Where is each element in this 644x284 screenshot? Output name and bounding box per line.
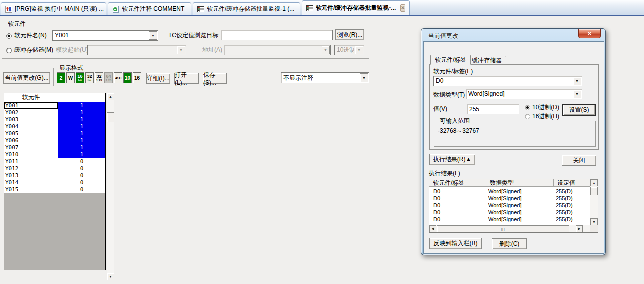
chevron-down-icon[interactable]: ▼: [573, 90, 581, 98]
device-label: 软元件/标签(E): [433, 68, 473, 75]
device-combo[interactable]: D0 ▼: [433, 76, 582, 86]
tab-prg-monitor[interactable]: [PRG]监视 执行中 MAIN (只读) ...: [1, 2, 106, 16]
device-cell[interactable]: Y015: [4, 186, 58, 194]
device-tab-panel: 软元件/标签(E) D0 ▼ 数据类型(T) Word[Signed] ▼ 值(…: [429, 64, 599, 150]
value-cell[interactable]: 0: [58, 166, 106, 172]
open-button[interactable]: 打开(L)...: [174, 73, 199, 84]
device-cell[interactable]: Y012: [4, 166, 58, 172]
dialog-close-icon[interactable]: ✕: [578, 29, 601, 38]
value-cell[interactable]: 1: [58, 124, 106, 130]
empty-row: [4, 236, 106, 242]
value-input[interactable]: [467, 104, 519, 114]
device-cell[interactable]: Y014: [4, 180, 58, 186]
empty-row: [4, 250, 106, 256]
format-dec-button[interactable]: 10: [123, 72, 132, 84]
tab-label: 软元件/缓冲存储器批量监视-...: [316, 4, 396, 12]
value-cell[interactable]: 1: [58, 144, 106, 152]
chevron-down-icon: ▼: [355, 46, 363, 54]
result-header-value[interactable]: 设定值: [554, 180, 590, 187]
decimal-radio[interactable]: [525, 105, 530, 110]
app-window: [PRG]监视 执行中 MAIN (只读) ... 软元件注释 COMMENT …: [0, 0, 644, 284]
hex-radio-label[interactable]: 16进制(H): [532, 113, 559, 120]
tc-target-input[interactable]: [221, 30, 333, 40]
browse-button[interactable]: 浏览(R)...: [335, 30, 364, 40]
value-cell[interactable]: 1: [58, 138, 106, 144]
device-cell[interactable]: Y013: [4, 172, 58, 180]
chevron-down-icon[interactable]: ▼: [149, 32, 157, 40]
result-type: Word[Signed]: [488, 202, 521, 209]
detail-button[interactable]: 详细(I)...: [146, 73, 170, 84]
result-value: 255(D): [556, 195, 573, 202]
device-cell[interactable]: Y003: [4, 116, 58, 124]
tab-close-icon[interactable]: ✕: [400, 4, 405, 12]
tab-batch-monitor-1[interactable]: 软元件/缓冲存储器批量监视-1 (...: [193, 2, 300, 16]
device-name-radio-label[interactable]: 软元件名(N): [14, 32, 47, 39]
device-name-radio[interactable]: [6, 34, 12, 39]
datatype-combo[interactable]: Word[Signed] ▼: [466, 89, 582, 100]
save-button[interactable]: 保存(S)...: [203, 73, 227, 84]
scroll-down-icon[interactable]: ▼: [107, 273, 114, 280]
scrollbar-thumb[interactable]: [107, 112, 114, 122]
device-name-combo[interactable]: Y001 ▼: [52, 30, 158, 41]
value-cell[interactable]: 1: [58, 116, 106, 124]
device-cell[interactable]: Y010: [4, 152, 58, 158]
result-device: D0: [433, 202, 440, 209]
buffer-memory-radio[interactable]: [6, 48, 12, 54]
format-32bit-button[interactable]: 32bit: [85, 72, 94, 84]
hex-radio[interactable]: [525, 114, 530, 120]
value-cell[interactable]: 1: [58, 130, 106, 138]
decimal-radio-label[interactable]: 10进制(D): [532, 104, 559, 111]
tab-device-label[interactable]: 软元件/标签: [430, 55, 471, 65]
chevron-down-icon[interactable]: ▼: [573, 77, 581, 86]
value-cell[interactable]: 1: [58, 110, 106, 116]
value-cell[interactable]: 1: [58, 102, 106, 110]
scroll-right-icon[interactable]: ▶: [576, 226, 583, 232]
scrollbar-thumb[interactable]: |||: [437, 226, 569, 232]
device-cell[interactable]: Y007: [4, 144, 58, 152]
comment-display-combo[interactable]: 不显示注释 ▼: [281, 72, 369, 84]
address-label: 地址(A): [202, 46, 222, 54]
result-header-device[interactable]: 软元件/标签: [429, 180, 486, 187]
format-16bit-button[interactable]: 16bit: [76, 72, 84, 84]
display-format-label: 显示格式: [57, 64, 85, 72]
scroll-down-icon[interactable]: ▼: [590, 218, 598, 226]
value-cell[interactable]: 0: [58, 186, 106, 194]
scroll-up-icon[interactable]: ▲: [107, 93, 114, 100]
tab-batch-monitor-2[interactable]: 软元件/缓冲存储器批量监视-... ✕: [302, 0, 410, 16]
tab-buffer-memory[interactable]: 缓冲存储器: [467, 56, 506, 65]
format-ascii-button[interactable]: ASC: [114, 72, 122, 84]
result-value: 255(D): [556, 188, 573, 195]
value-cell[interactable]: 1: [58, 152, 106, 158]
change-current-value-button[interactable]: 当前值更改(G)...: [3, 72, 50, 84]
value-cell[interactable]: 0: [58, 180, 106, 186]
table-row: Y0120: [4, 166, 106, 172]
device-cell[interactable]: Y006: [4, 138, 58, 144]
set-button[interactable]: 设置(S): [562, 104, 596, 116]
reflect-to-input-button[interactable]: 反映到输入栏(B): [429, 238, 482, 250]
tab-device-comment[interactable]: 软元件注释 COMMENT: [108, 2, 191, 16]
exec-result-toggle-button[interactable]: 执行结果(R)▲: [429, 154, 475, 166]
buffer-memory-radio-label[interactable]: 缓冲存储器(M): [14, 46, 53, 54]
delete-button[interactable]: 删除(C): [492, 238, 527, 250]
value-label: 值(V): [433, 106, 447, 112]
scrollbar-thumb[interactable]: [590, 187, 598, 196]
value-cell[interactable]: 0: [58, 158, 106, 166]
format-hex-button[interactable]: 16: [133, 72, 141, 84]
result-device: D0: [433, 195, 440, 202]
device-cell[interactable]: Y004: [4, 124, 58, 130]
result-header-type[interactable]: 数据类型: [486, 180, 554, 187]
format-32real-button[interactable]: 321.23: [95, 72, 103, 84]
scroll-up-icon[interactable]: ▲: [590, 180, 598, 186]
value-cell[interactable]: 0: [58, 172, 106, 180]
device-cell[interactable]: Y001: [4, 102, 58, 110]
device-cell[interactable]: Y005: [4, 130, 58, 138]
scroll-left-icon[interactable]: ◀: [429, 226, 436, 232]
prg-monitor-icon: [5, 6, 12, 13]
device-cell[interactable]: Y002: [4, 110, 58, 116]
format-word-button[interactable]: W: [66, 72, 75, 84]
device-cell[interactable]: Y011: [4, 158, 58, 166]
format-bin-button[interactable]: 2: [57, 72, 65, 84]
close-button[interactable]: 关闭: [562, 155, 596, 166]
result-device: D0: [433, 188, 440, 195]
chevron-down-icon[interactable]: ▼: [360, 74, 368, 82]
